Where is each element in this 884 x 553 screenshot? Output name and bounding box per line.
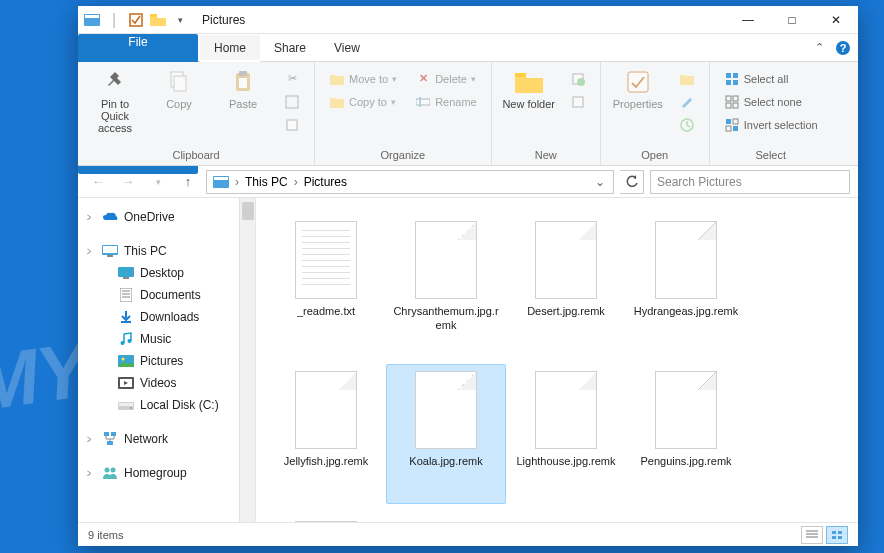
file-item[interactable]: Desert.jpg.remk — [506, 214, 626, 354]
file-item[interactable]: Penguins.jpg.remk — [626, 364, 746, 504]
qat-newfolder-icon[interactable] — [148, 10, 168, 30]
qat-dropdown-icon[interactable]: ▾ — [170, 10, 190, 30]
selectall-button[interactable]: Select all — [720, 68, 822, 89]
newitem-button[interactable] — [566, 68, 590, 89]
file-item[interactable]: Koala.jpg.remk — [386, 364, 506, 504]
view-details-button[interactable] — [801, 526, 823, 544]
svg-rect-39 — [123, 277, 129, 279]
nav-desktop[interactable]: Desktop — [78, 262, 255, 284]
homegroup-icon — [102, 465, 118, 481]
newfolder-button[interactable]: New folder — [502, 68, 556, 110]
svg-rect-22 — [733, 73, 738, 78]
breadcrumb-pictures[interactable]: Pictures — [300, 175, 351, 189]
newfolder-label: New folder — [502, 98, 555, 110]
window-title: Pictures — [194, 13, 726, 27]
nav-recent-dropdown[interactable]: ▾ — [146, 170, 170, 194]
pin-label: Pin to Quick access — [88, 98, 142, 134]
selectnone-button[interactable]: Select none — [720, 91, 822, 112]
file-item[interactable]: Jellyfish.jpg.remk — [266, 364, 386, 504]
file-name: Lighthouse.jpg.remk — [516, 455, 615, 469]
file-name: Penguins.jpg.remk — [640, 455, 731, 469]
cut-button[interactable]: ✂ — [280, 68, 304, 89]
search-input[interactable]: Search Pictures — [650, 170, 850, 194]
properties-icon — [622, 68, 654, 96]
status-bar: 9 items — [78, 522, 858, 546]
breadcrumb-root-icon[interactable] — [209, 176, 233, 188]
refresh-button[interactable] — [620, 170, 644, 194]
nav-thispc[interactable]: This PC — [78, 240, 255, 262]
maximize-button[interactable]: □ — [770, 6, 814, 34]
history-button[interactable] — [675, 114, 699, 135]
pin-quick-access-button[interactable]: Pin to Quick access — [88, 68, 142, 134]
svg-rect-7 — [174, 76, 186, 91]
blank-file-icon — [535, 221, 597, 299]
nav-localdisk[interactable]: Local Disk (C:) — [78, 394, 255, 416]
svg-rect-28 — [733, 103, 738, 108]
ribbon-collapse-icon[interactable]: ⌃ — [806, 34, 832, 61]
music-icon — [118, 331, 134, 347]
nav-videos[interactable]: Videos — [78, 372, 255, 394]
edit-button[interactable] — [675, 91, 699, 112]
nav-downloads[interactable]: Downloads — [78, 306, 255, 328]
svg-rect-24 — [733, 80, 738, 85]
view-icons-button[interactable] — [826, 526, 848, 544]
file-name: Jellyfish.jpg.remk — [284, 455, 368, 469]
breadcrumb-sep-icon[interactable]: › — [292, 175, 300, 189]
svg-rect-2 — [130, 14, 142, 26]
breadcrumb-sep-icon[interactable]: › — [233, 175, 241, 189]
svg-rect-30 — [733, 119, 738, 124]
delete-button[interactable]: ✕Delete ▾ — [411, 68, 481, 89]
copyto-button[interactable]: Copy to ▾ — [325, 91, 401, 112]
nav-forward-button[interactable]: → — [116, 170, 140, 194]
breadcrumb-thispc[interactable]: This PC — [241, 175, 292, 189]
file-item[interactable]: Hydrangeas.jpg.remk — [626, 214, 746, 354]
nav-back-button[interactable]: ← — [86, 170, 110, 194]
desktop-icon — [118, 265, 134, 281]
nav-pictures[interactable]: Pictures — [78, 350, 255, 372]
paste-button[interactable]: Paste — [216, 68, 270, 110]
invertselection-button[interactable]: Invert selection — [720, 114, 822, 135]
minimize-button[interactable]: — — [726, 6, 770, 34]
svg-rect-56 — [107, 441, 113, 445]
window-controls: — □ ✕ — [726, 6, 858, 34]
svg-rect-52 — [119, 403, 133, 406]
nav-network[interactable]: Network — [78, 428, 255, 450]
properties-label: Properties — [613, 98, 663, 110]
nav-documents[interactable]: Documents — [78, 284, 255, 306]
svg-rect-62 — [832, 531, 836, 534]
file-item[interactable]: Lighthouse.jpg.remk — [506, 364, 626, 504]
moveto-button[interactable]: Move to ▾ — [325, 68, 401, 89]
breadcrumb-bar[interactable]: › This PC › Pictures ⌄ — [206, 170, 614, 194]
close-button[interactable]: ✕ — [814, 6, 858, 34]
copypath-button[interactable] — [280, 91, 304, 112]
ribbon-tabs: File Home Share View ⌃ ? — [78, 34, 858, 62]
help-icon[interactable]: ? — [832, 34, 854, 61]
breadcrumb-dropdown-icon[interactable]: ⌄ — [589, 175, 611, 189]
qat-properties-icon[interactable] — [126, 10, 146, 30]
file-item[interactable]: _readme.txt — [266, 214, 386, 354]
drive-icon — [118, 397, 134, 413]
tab-share[interactable]: Share — [260, 34, 320, 61]
tab-home[interactable]: Home — [200, 35, 260, 62]
file-item[interactable]: Tulips.jpg.remk — [266, 514, 386, 522]
file-item[interactable]: Chrysanthemum.jpg.remk — [386, 214, 506, 354]
file-name: Desert.jpg.remk — [527, 305, 605, 319]
file-grid[interactable]: _readme.txtChrysanthemum.jpg.remkDesert.… — [256, 198, 858, 522]
open-button[interactable] — [675, 68, 699, 89]
nav-up-button[interactable]: ↑ — [176, 170, 200, 194]
paste-shortcut-button[interactable] — [280, 114, 304, 135]
qat-divider-icon: | — [104, 10, 124, 30]
blank-file-icon — [295, 521, 357, 522]
file-name: Koala.jpg.remk — [409, 455, 482, 469]
ribbon-group-clipboard: Pin to Quick access Copy Paste ✂ Clipboa… — [78, 62, 315, 165]
nav-homegroup[interactable]: Homegroup — [78, 462, 255, 484]
properties-button[interactable]: Properties — [611, 68, 665, 110]
nav-onedrive[interactable]: OneDrive — [78, 206, 255, 228]
svg-rect-27 — [726, 103, 731, 108]
copyto-icon — [329, 94, 345, 110]
rename-button[interactable]: Rename — [411, 91, 481, 112]
tab-view[interactable]: View — [320, 34, 374, 61]
copy-button[interactable]: Copy — [152, 68, 206, 110]
easyaccess-button[interactable] — [566, 91, 590, 112]
nav-music[interactable]: Music — [78, 328, 255, 350]
